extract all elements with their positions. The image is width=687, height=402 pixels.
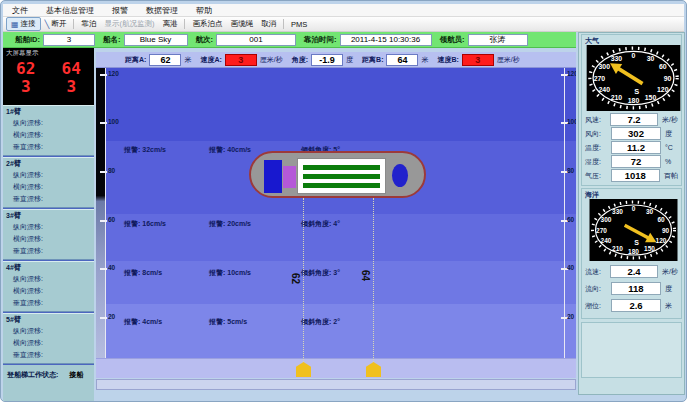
compass-0: 0	[632, 52, 636, 59]
alarm-speed-a: 报警: 16cm/s	[124, 219, 166, 229]
pilot-field[interactable]: 张涛	[468, 34, 528, 46]
compass-180: 180	[628, 97, 640, 104]
wind-direction-label: 风向:	[585, 129, 611, 139]
menu-alarm[interactable]: 报警	[103, 5, 137, 16]
lateral-drift-label: 横向漂移:	[3, 233, 94, 245]
current-direction-row: 流向: 118 度	[585, 282, 678, 295]
alarm-tilt-angle: 倾斜角度: 4°	[301, 219, 340, 229]
y-tick-label: 100	[108, 118, 119, 125]
distance-a-value: 62	[149, 54, 181, 66]
dock-strip	[96, 358, 576, 378]
disconnect-icon: ╲	[45, 20, 50, 29]
lateral-drift-label: 横向漂移:	[3, 181, 94, 193]
angle-value: -1.9	[311, 54, 343, 66]
alarm-threshold-line-4: 报警: 4cm/s 报警: 5cm/s 倾斜角度: 2°	[96, 317, 576, 327]
ship-name-label: 船名:	[103, 35, 121, 45]
depart-button[interactable]: 离港	[158, 18, 181, 30]
y-tick-label: 100	[567, 118, 576, 125]
compass-210: 210	[612, 245, 623, 252]
pressure-label: 气压:	[585, 171, 611, 181]
axis-tick	[100, 171, 107, 173]
y-tick-label: 80	[108, 167, 115, 174]
ship-info-bar: 船舶ID: 3 船名: Blue Sky 航次: 001 靠泊时间: 2011-…	[3, 32, 576, 48]
pilot-label: 领航员:	[440, 35, 465, 45]
disconnect-button[interactable]: ╲ 断开	[41, 18, 71, 30]
menu-help[interactable]: 帮助	[187, 5, 221, 16]
pressure-value: 1018	[611, 169, 660, 182]
dock-button[interactable]: 靠泊	[77, 18, 100, 30]
tide-level-unit: 米	[665, 301, 672, 311]
vertical-drift-label: 垂直漂移:	[3, 141, 94, 153]
menu-data-management[interactable]: 数据管理	[137, 5, 187, 16]
cancel-button[interactable]: 取消	[257, 18, 280, 30]
pressure-row: 气压: 1018 百帕	[585, 169, 678, 182]
arm-group-1: 1#臂 纵向漂移: 横向漂移: 垂直漂移:	[3, 105, 94, 156]
ship-id-field[interactable]: 3	[43, 34, 95, 46]
alarm-speed-b: 报警: 10cm/s	[209, 268, 251, 278]
humidity-row: 湿度: 72 %	[585, 155, 678, 168]
atmosphere-title: 大气	[585, 36, 678, 45]
pms-button[interactable]: PMS	[287, 19, 311, 30]
compass-120: 120	[656, 237, 667, 244]
angle-unit: 度	[346, 55, 353, 65]
longitudinal-drift-label: 纵向漂移:	[3, 273, 94, 285]
ship-name-field[interactable]: Blue Sky	[124, 34, 188, 46]
arm-group-title: 5#臂	[3, 315, 94, 325]
arm-group-title: 2#臂	[3, 159, 94, 169]
gangway-status-value: 接船	[69, 371, 83, 378]
alarm-threshold-line-3: 报警: 8cm/s 报警: 10cm/s 倾斜角度: 3°	[96, 268, 576, 278]
ocean-title: 海洋	[585, 190, 678, 199]
speed-b-value: 3	[462, 54, 494, 66]
plot-band	[96, 304, 576, 358]
compass-0: 0	[632, 205, 636, 212]
draw-cables-button[interactable]: 画缆绳	[226, 18, 257, 30]
alarm-speed-b: 报警: 20cm/s	[209, 219, 251, 229]
big-display-title: 大屏幕显示	[3, 49, 94, 58]
menu-bar: 文件 基本信息管理 报警 数据管理 帮助	[3, 4, 684, 17]
alarm-speed-a: 报警: 32cm/s	[124, 145, 166, 155]
compass-120: 120	[657, 86, 669, 93]
berth-time-field[interactable]: 2011-4-15 10:30:36	[340, 34, 432, 46]
horizontal-scrollbar[interactable]	[96, 379, 576, 390]
alarm-speed-b: 报警: 5cm/s	[209, 317, 247, 327]
deck-stripe	[303, 174, 380, 179]
plot-band	[96, 68, 576, 141]
alarm-threshold-line-2: 报警: 16cm/s 报警: 20cm/s 倾斜角度: 4°	[96, 219, 576, 229]
y-tick-label: 120	[567, 70, 576, 77]
wind-speed-row: 风速: 7.2 米/秒	[585, 113, 678, 126]
empty-panel	[581, 322, 682, 378]
big-display-distance-b: 64	[49, 60, 95, 78]
distance-b-label: 距离B:	[362, 55, 383, 65]
toolbar-separator	[184, 19, 185, 29]
y-tick-label: 120	[108, 70, 119, 77]
berthing-plot: 120 100 80 60 40 20 120 100 80 60 40 20 …	[96, 68, 576, 378]
y-tick-label: 80	[567, 167, 574, 174]
arm-group-title: 4#臂	[3, 263, 94, 273]
speed-a-unit: 厘米/秒	[260, 55, 283, 65]
pressure-unit: 百帕	[664, 171, 678, 181]
menu-file[interactable]: 文件	[3, 5, 37, 16]
voyage-label: 航次:	[196, 35, 214, 45]
speed-b-label: 速度B:	[437, 55, 458, 65]
voyage-field[interactable]: 001	[216, 34, 296, 46]
menu-basic-info[interactable]: 基本信息管理	[37, 5, 103, 16]
compass-90: 90	[662, 227, 670, 234]
compass-150: 150	[644, 245, 655, 252]
connect-button[interactable]: ▦ 连接	[6, 17, 41, 31]
longitudinal-drift-label: 纵向漂移:	[3, 221, 94, 233]
compass-60: 60	[657, 216, 665, 223]
wind-speed-label: 风速:	[585, 115, 610, 125]
ship-graphic	[249, 151, 426, 198]
speed-a-label: 速度A:	[200, 55, 221, 65]
ship-funnel	[283, 166, 296, 188]
speed-a-value: 3	[225, 54, 257, 66]
current-direction-unit: 度	[665, 284, 672, 294]
compass-30: 30	[646, 208, 654, 215]
draw-mooring-points-button[interactable]: 画系泊点	[188, 18, 226, 30]
app-window: 文件 基本信息管理 报警 数据管理 帮助 ▦ 连接 ╲ 断开 靠泊 显示(航况监…	[0, 0, 687, 402]
sidebar-filler	[3, 385, 94, 402]
compass-240: 240	[598, 86, 610, 93]
vertical-drift-label: 垂直漂移:	[3, 245, 94, 257]
distance-a-label: 距离A:	[125, 55, 146, 65]
current-speed-unit: 米/秒	[662, 267, 678, 277]
